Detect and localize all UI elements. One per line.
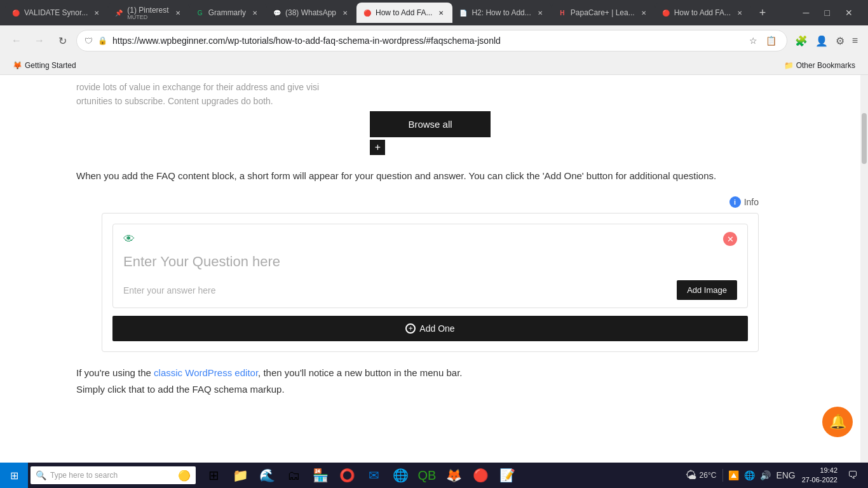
faq-question-box: 👁 ✕ Enter Your Question here Enter your … (112, 224, 748, 308)
clock-widget[interactable]: 19:42 27-06-2022 (799, 466, 840, 485)
mail-icon: ✉ (369, 468, 379, 483)
menu-icon[interactable]: ≡ (850, 32, 860, 49)
tab-whatsapp[interactable]: 💬 (38) WhatsApp ✕ (266, 3, 356, 23)
new-tab-button[interactable]: + (754, 4, 771, 22)
bottom-text-2: , then you'll notice a new button in the… (258, 367, 462, 378)
taskbar-search[interactable]: 🔍 Type here to search 🟡 (31, 466, 196, 484)
add-one-button[interactable]: + Add One (112, 316, 748, 341)
profile-icon[interactable]: 👤 (813, 32, 831, 50)
tab-favicon-wpbeginner: 🔴 (363, 8, 372, 17)
faq-answer-placeholder[interactable]: Enter your answer here (123, 285, 216, 295)
info-badge[interactable]: i Info (729, 196, 759, 208)
tab-close-papacare[interactable]: ✕ (639, 8, 649, 18)
tab-close-validate[interactable]: ✕ (92, 8, 102, 18)
tab-close-grammarly[interactable]: ✕ (250, 8, 260, 18)
bookmark-star-icon[interactable]: ☆ (746, 33, 761, 48)
maximize-button[interactable]: □ (820, 5, 835, 20)
bottom-text-1: If you're using the (76, 367, 154, 378)
task-right-icons: 🔼 🌐 🔊 ENG (727, 469, 796, 482)
taskview-icon: ⊞ (208, 468, 219, 483)
taskbar-app-opera2[interactable]: 🔴 (468, 463, 493, 488)
quickbooks-icon: QB (418, 468, 437, 483)
notification-bell[interactable]: 🔔 (822, 407, 853, 437)
tab-muted-pinterest: MUTED (127, 15, 168, 20)
chevron-up-icon[interactable]: 🔼 (727, 469, 740, 482)
tab-title-wpbeginner2: How to Add FA... (674, 8, 731, 17)
tab-grammarly[interactable]: G Grammarly ✕ (189, 3, 266, 23)
folder-icon: 📁 (784, 61, 794, 70)
tab-close-whatsapp[interactable]: ✕ (340, 8, 350, 18)
other-bookmarks[interactable]: 📁 Other Bookmarks (779, 60, 860, 71)
tab-papacare[interactable]: H PapaCare+ | Lea... ✕ (552, 3, 655, 23)
tab-pinterest[interactable]: 📌 (1) Pinterest MUTED ✕ (108, 3, 189, 23)
page-scroll: rovide lots of value in exchange for the… (0, 75, 860, 463)
plus-icon[interactable]: + (370, 140, 385, 155)
favorites-icon[interactable]: ⚙ (833, 32, 847, 50)
browse-all-button[interactable]: Browse all (370, 111, 490, 137)
info-label: Info (744, 197, 759, 207)
bottom-text-3: Simply click that to add the FAQ schema … (76, 384, 285, 395)
tab-title-whatsapp: (38) WhatsApp (285, 8, 336, 17)
scrollbar-thumb[interactable] (862, 113, 867, 164)
taskbar-app-edge[interactable]: 🌊 (254, 463, 280, 488)
bookmark-favicon-getting-started: 🦊 (13, 61, 22, 70)
tab-close-wpbeginner[interactable]: ✕ (436, 8, 446, 18)
tab-favicon-wpbeginner2: 🔴 (661, 8, 670, 17)
tab-h2[interactable]: 📄 H2: How to Add... ✕ (452, 3, 551, 23)
eye-icon[interactable]: 👁 (123, 233, 135, 246)
content-top-text: rovide lots of value in exchange for the… (76, 75, 784, 111)
collections-icon[interactable]: 📋 (764, 33, 779, 48)
classic-editor-link[interactable]: classic WordPress editor (154, 367, 258, 378)
taskbar-app-firefox[interactable]: 🦊 (441, 463, 466, 488)
refresh-button[interactable]: ↻ (53, 32, 71, 50)
tab-favicon-whatsapp: 💬 (273, 8, 281, 17)
weather-widget[interactable]: 🌤 26°C (683, 469, 719, 482)
minimize-button[interactable]: ─ (798, 5, 815, 20)
network-icon[interactable]: 🌐 (743, 469, 756, 482)
tab-close-pinterest[interactable]: ✕ (173, 8, 183, 18)
search-placeholder: Type here to search (50, 471, 174, 480)
search-icon: 🔍 (36, 470, 46, 480)
tab-wpbeginner[interactable]: 🔴 How to Add FA... ✕ (356, 3, 452, 23)
firefox-icon: 🦊 (446, 468, 462, 483)
shield-icon: 🛡 (85, 36, 93, 46)
faq-question-placeholder[interactable]: Enter Your Question here (123, 254, 737, 270)
tab-validate[interactable]: 🔴 VALIDATE Synor... ✕ (5, 3, 108, 23)
browse-all-inner: Browse all + (370, 111, 490, 155)
taskbar-app-file-explorer[interactable]: 📁 (227, 463, 253, 488)
volume-icon[interactable]: 🔊 (759, 469, 772, 482)
scrollbar-track[interactable] (860, 75, 868, 463)
forward-button[interactable]: → (31, 32, 48, 50)
address-input-wrap[interactable]: 🛡 🔒 ☆ 📋 (76, 30, 787, 51)
opera-icon: ⭕ (339, 468, 355, 483)
tab-favicon-validate: 🔴 (11, 8, 20, 17)
taskbar-app-mail[interactable]: ✉ (361, 463, 386, 488)
language-label[interactable]: ENG (775, 469, 796, 482)
action-center-button[interactable]: 🗨 (843, 465, 863, 485)
page-inner: rovide lots of value in exchange for the… (0, 75, 868, 463)
close-button[interactable]: ✕ (840, 5, 858, 20)
faq-close-button[interactable]: ✕ (723, 232, 737, 246)
taskbar-app-opera[interactable]: ⭕ (334, 463, 360, 488)
faq-answer-row: Enter your answer here Add Image (123, 280, 737, 300)
bookmark-getting-started[interactable]: 🦊 Getting Started (8, 60, 81, 71)
tab-title-wpbeginner: How to Add FA... (376, 8, 432, 17)
tab-close-wpbeginner2[interactable]: ✕ (735, 8, 745, 18)
tab-close-h2[interactable]: ✕ (535, 8, 545, 18)
tab-wpbeginner2[interactable]: 🔴 How to Add FA... ✕ (655, 3, 751, 23)
start-button[interactable]: ⊞ (0, 463, 28, 488)
address-bar: ← → ↻ 🛡 🔒 ☆ 📋 🧩 👤 ⚙ ≡ (0, 25, 868, 56)
taskbar-app-folder[interactable]: 🗂 (281, 463, 306, 488)
extensions-icon[interactable]: 🧩 (792, 32, 810, 50)
taskbar-app-store[interactable]: 🏪 (308, 463, 333, 488)
taskbar-app-docs[interactable]: 📝 (494, 463, 520, 488)
taskbar-app-taskview[interactable]: ⊞ (201, 463, 226, 488)
browser-icon: 🌐 (393, 468, 409, 483)
address-input[interactable] (112, 36, 741, 46)
taskbar-app-browser[interactable]: 🌐 (388, 463, 413, 488)
main-paragraph: When you add the FAQ content block, a sh… (76, 168, 784, 184)
windows-icon: ⊞ (10, 470, 18, 482)
add-image-button[interactable]: Add Image (677, 280, 737, 300)
taskbar-app-quickbooks[interactable]: QB (414, 463, 440, 488)
back-button[interactable]: ← (8, 32, 25, 50)
